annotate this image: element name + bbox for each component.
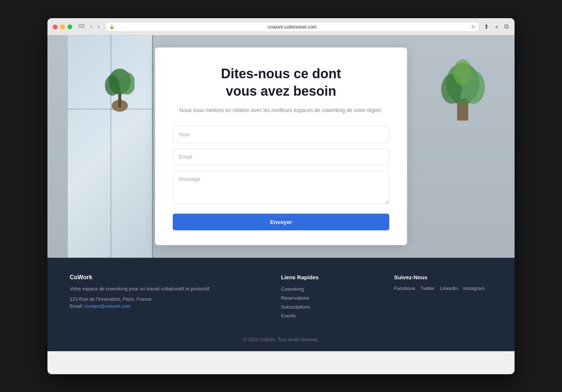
- footer-brand-column: CoWork Votre espace de coworking pour un…: [70, 274, 266, 319]
- footer-email-link[interactable]: contact@cowork.com: [85, 303, 130, 309]
- footer-links-list: Coworking Reservations Subscriptions Eve…: [281, 286, 379, 319]
- traffic-lights: [53, 24, 72, 29]
- footer-link-reservations[interactable]: Reservations: [281, 295, 309, 301]
- footer-link-coworking[interactable]: Coworking: [281, 286, 304, 292]
- new-tab-button[interactable]: ＋: [493, 22, 500, 32]
- plant-left-icon: [105, 57, 135, 113]
- back-button[interactable]: ‹: [89, 23, 94, 30]
- reload-icon[interactable]: ↻: [471, 24, 475, 30]
- svg-point-10: [453, 59, 472, 85]
- footer-address: 123 Rue de l'Innovation, Paris, France: [70, 296, 266, 302]
- social-links: Facebook Twitter LinkedIn Instagram: [394, 286, 492, 291]
- maximize-button[interactable]: [67, 24, 72, 29]
- tabs-button[interactable]: ⧉: [503, 22, 509, 31]
- svg-point-3: [105, 75, 120, 96]
- form-subtitle: Nous vous mettons en relation avec les m…: [173, 106, 389, 114]
- forward-button[interactable]: ›: [96, 23, 101, 30]
- email-input[interactable]: [173, 148, 389, 165]
- submit-button[interactable]: Envoyer: [173, 214, 389, 230]
- url-text: cowork.colinnoiret.com: [268, 24, 317, 30]
- footer-links-heading: Liens Rapides: [281, 274, 379, 280]
- footer-link-facebook[interactable]: Facebook: [394, 286, 415, 291]
- list-item: Coworking: [281, 286, 379, 292]
- form-title: Dites-nous ce dont vous avez besoin: [173, 65, 389, 100]
- footer-brand-name: CoWork: [70, 274, 266, 281]
- footer: CoWork Votre espace de coworking pour un…: [47, 258, 515, 351]
- list-item: Events: [281, 312, 379, 319]
- page-content: Dites-nous ce dont vous avez besoin Nous…: [47, 35, 515, 374]
- footer-link-linkedin[interactable]: LinkedIn: [440, 286, 458, 291]
- browser-chrome: ‹ › 🔒 cowork.colinnoiret.com ↻ ⬆ ＋ ⧉: [47, 18, 515, 35]
- list-item: Reservations: [281, 294, 379, 301]
- sidebar-toggle-icon[interactable]: [78, 24, 85, 29]
- browser-window: ‹ › 🔒 cowork.colinnoiret.com ↻ ⬆ ＋ ⧉: [47, 18, 515, 374]
- address-bar[interactable]: 🔒 cowork.colinnoiret.com ↻: [105, 22, 479, 32]
- name-input[interactable]: [173, 126, 389, 143]
- footer-links-column: Liens Rapides Coworking Reservations Sub…: [281, 274, 379, 319]
- minimize-button[interactable]: [60, 24, 65, 29]
- browser-actions: ⬆ ＋ ⧉: [483, 22, 509, 32]
- footer-link-subscriptions[interactable]: Subscriptions: [281, 304, 310, 310]
- nav-buttons: ‹ ›: [89, 23, 102, 30]
- footer-email: Email: contact@cowork.com: [70, 303, 266, 309]
- footer-social-column: Suivez-Nous Facebook Twitter LinkedIn In…: [394, 274, 492, 319]
- footer-link-instagram[interactable]: Instagram: [463, 286, 485, 291]
- footer-bottom: © 2024 CoWork. Tous droits réservés.: [70, 331, 492, 342]
- footer-grid: CoWork Votre espace de coworking pour un…: [70, 274, 492, 319]
- footer-link-events[interactable]: Events: [281, 313, 296, 319]
- list-item: Subscriptions: [281, 303, 379, 310]
- footer-social-heading: Suivez-Nous: [394, 274, 492, 280]
- hero-section: Dites-nous ce dont vous avez besoin Nous…: [47, 35, 515, 258]
- share-button[interactable]: ⬆: [483, 22, 490, 32]
- message-input[interactable]: [173, 171, 389, 204]
- copyright-text: © 2024 CoWork. Tous droits réservés.: [244, 337, 318, 342]
- plant-right-icon: [440, 46, 485, 121]
- lock-icon: 🔒: [109, 24, 115, 29]
- svg-point-4: [119, 72, 135, 95]
- footer-link-twitter[interactable]: Twitter: [420, 286, 434, 291]
- form-card: Dites-nous ce dont vous avez besoin Nous…: [155, 47, 407, 245]
- footer-description: Votre espace de coworking pour un travai…: [70, 285, 266, 293]
- close-button[interactable]: [53, 24, 57, 29]
